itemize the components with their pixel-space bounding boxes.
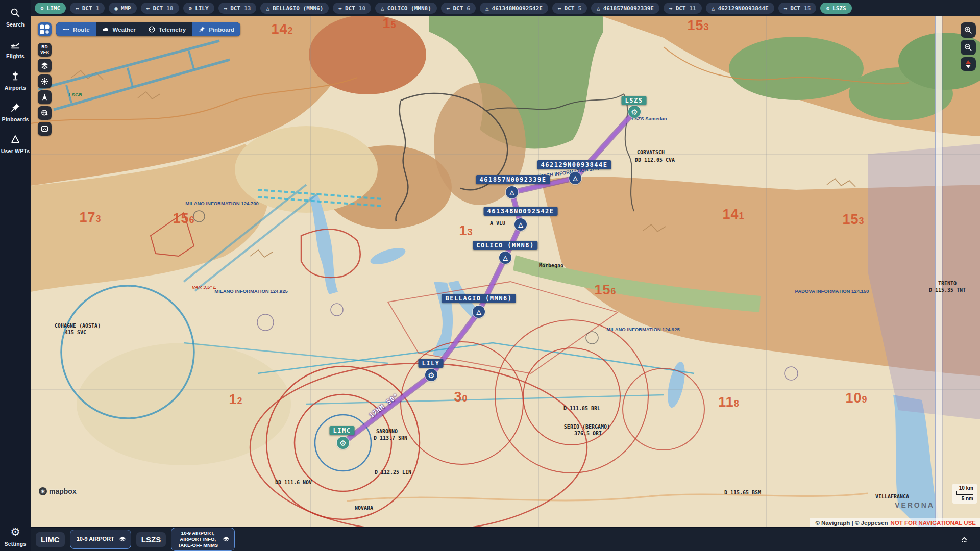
route-item-vrp-colico-mmn8-[interactable]: △COLICO (MMN8) xyxy=(375,3,437,14)
route-item-dct-dct[interactable]: ↔DCT15 xyxy=(778,3,817,14)
sidebar-label: Search xyxy=(6,21,24,28)
dct-pill-icon: ↔ xyxy=(224,6,228,11)
waypoint-marker-colico[interactable]: △ xyxy=(499,252,511,264)
tab-weather[interactable]: Weather xyxy=(96,22,142,36)
user-waypoint-triangle-icon: △ xyxy=(476,309,481,315)
measure-button[interactable] xyxy=(38,122,52,136)
sidebar-label: Flights xyxy=(6,53,24,59)
bottom-bar-divider xyxy=(948,532,948,547)
destination-chart-dropdown[interactable]: 10-9 AIRPORT, AIRPORT INFO, TAKE-OFF MNM… xyxy=(171,528,235,551)
tab-route[interactable]: Route xyxy=(56,22,96,36)
mapbox-icon: ✶ xyxy=(39,487,47,495)
gear-icon: ⚙ xyxy=(10,527,20,538)
route-item-label: LSZS xyxy=(832,5,846,12)
route-item-vrp-bellagio-mmn6-[interactable]: △BELLAGIO (MMN6) xyxy=(260,3,329,14)
zoom-in-button[interactable] xyxy=(961,22,976,38)
route-item-label: DCT xyxy=(345,5,355,12)
dashboard-grid-button[interactable] xyxy=(38,22,52,36)
waypoint-label-colico[interactable]: COLICO (MMN8) xyxy=(473,241,537,250)
sidebar-label: Settings xyxy=(4,541,26,547)
waypoint-marker-wpt-461857[interactable]: △ xyxy=(506,186,518,198)
route-string-bar: ⚙LIMC↔DCT1◉MMP↔DCT18⚙LILY↔DCT13△BELLAGIO… xyxy=(31,0,980,16)
dct-distance-badge: 6 xyxy=(467,5,470,12)
route-item-dct-dct[interactable]: ↔DCT13 xyxy=(218,3,257,14)
route-item-dct-dct[interactable]: ↔DCT1 xyxy=(70,3,105,14)
waypoint-marker-lszs[interactable]: ⚙ xyxy=(628,106,641,118)
destination-chart-label: 10-9 AIRPORT, AIRPORT INFO, TAKE-OFF MNM… xyxy=(178,530,218,548)
origin-chart-dropdown[interactable]: 10-9 AIRPORT xyxy=(70,530,131,549)
route-item-dct-dct[interactable]: ↔DCT18 xyxy=(141,3,179,14)
route-item-label: 461857N0092339E xyxy=(603,5,654,12)
route-item-dct-dct[interactable]: ↔DCT10 xyxy=(333,3,371,14)
tab-label: Weather xyxy=(113,27,136,33)
route-item-fix-lily[interactable]: ⚙LILY xyxy=(183,3,214,14)
tab-pinboard[interactable]: Pinboard xyxy=(192,22,240,36)
zoom-out-button[interactable] xyxy=(961,40,976,55)
fix-pill-icon: ⚙ xyxy=(189,6,192,11)
route-item-label: BELLAGIO (MMN6) xyxy=(273,5,323,12)
waypoint-label-limc[interactable]: LIMC xyxy=(330,426,355,435)
attribution-warning: NOT FOR NAVIGATIONAL USE xyxy=(891,520,976,526)
map-canvas[interactable]: 14215153173156131561411531181091230FIS Z… xyxy=(31,16,980,527)
waypoint-label-wpt-461348[interactable]: 461348N0092542E xyxy=(484,207,558,216)
layers-button[interactable] xyxy=(38,59,52,72)
dct-pill-icon: ↔ xyxy=(146,6,150,11)
route-item-vor-mmp[interactable]: ◉MMP xyxy=(109,3,137,14)
waypoint-label-lily[interactable]: LILY xyxy=(419,359,444,368)
waypoint-label-bellagio[interactable]: BELLAGIO (MMN6) xyxy=(442,294,516,303)
airport-pill-icon: ⚙ xyxy=(826,6,829,11)
map-tool-stack: RD VFR xyxy=(38,43,52,136)
sidebar-item-settings[interactable]: ⚙ Settings xyxy=(0,527,31,547)
telemetry-gauge-icon xyxy=(148,26,156,33)
user-waypoint-triangle-icon: △ xyxy=(503,255,507,261)
route-item-user-461348n0092542e[interactable]: △461348N0092542E xyxy=(480,3,548,14)
expand-panel-button[interactable] xyxy=(953,530,975,548)
sidebar-label: Airports xyxy=(5,85,26,91)
destination-airport-button[interactable]: LSZS xyxy=(136,532,166,547)
brightness-button[interactable] xyxy=(38,74,52,88)
sidebar-item-flights[interactable]: Flights xyxy=(0,39,31,59)
origin-airport-button[interactable]: LIMC xyxy=(36,532,65,547)
route-item-dct-dct[interactable]: ↔DCT5 xyxy=(552,3,587,14)
dct-pill-icon: ↔ xyxy=(558,6,561,11)
measure-arc-icon xyxy=(40,124,49,133)
navigation-arrow-icon xyxy=(40,93,49,102)
user-waypoint-triangle-icon: △ xyxy=(518,221,523,228)
location-arrow-button[interactable] xyxy=(38,90,52,104)
white-down-triangle-icon xyxy=(966,65,971,68)
waypoint-marker-lily[interactable]: ⚙ xyxy=(425,369,437,381)
user-pill-icon: △ xyxy=(712,6,715,11)
route-item-label: DCT xyxy=(565,5,575,12)
route-item-airport-lszs[interactable]: ⚙LSZS xyxy=(820,3,851,14)
sidebar-item-search[interactable]: Search xyxy=(0,7,31,28)
route-item-dct-dct[interactable]: ↔DCT6 xyxy=(441,3,476,14)
vrp-pill-icon: △ xyxy=(381,6,384,11)
waypoint-label-wpt-461857[interactable]: 461857N0092339E xyxy=(476,175,550,184)
waypoint-marker-limc[interactable]: ⚙ xyxy=(337,437,349,449)
route-item-label: COLICO (MMN8) xyxy=(387,5,431,12)
sidebar-item-airports[interactable]: Airports xyxy=(0,70,31,91)
map-attribution: © Navigraph | © Jeppesen NOT FOR NAVIGAT… xyxy=(810,518,980,527)
route-item-user-461857n0092339e[interactable]: △461857N0092339E xyxy=(591,3,659,14)
globe-select-button[interactable] xyxy=(38,106,52,120)
sidebar-item-user-wpts[interactable]: User WPTs xyxy=(0,134,31,154)
route-item-dct-dct[interactable]: ↔DCT11 xyxy=(664,3,702,14)
waypoint-label-wpt-462129[interactable]: 462129N0093844E xyxy=(537,160,611,169)
route-item-label: LILY xyxy=(195,5,209,12)
flights-icon xyxy=(10,39,21,50)
dct-distance-badge: 18 xyxy=(166,5,173,12)
sidebar-label: Pinboards xyxy=(2,116,29,122)
tab-telemetry[interactable]: Telemetry xyxy=(142,22,192,36)
route-item-airport-limc[interactable]: ⚙LIMC xyxy=(35,3,66,14)
chart-type-button[interactable]: RD VFR xyxy=(38,43,52,57)
waypoint-marker-wpt-462129[interactable]: △ xyxy=(569,172,581,184)
waypoint-marker-wpt-461348[interactable]: △ xyxy=(514,218,527,231)
sidebar-item-pinboards[interactable]: Pinboards xyxy=(0,102,31,122)
dct-distance-badge: 13 xyxy=(244,5,251,12)
profile-toggle-button[interactable] xyxy=(961,57,976,71)
waypoint-label-lszs[interactable]: LSZS xyxy=(622,96,647,105)
route-item-user-462129n0093844e[interactable]: △462129N0093844E xyxy=(706,3,774,14)
waypoint-marker-bellagio[interactable]: △ xyxy=(473,306,485,318)
route-item-label: DCT xyxy=(790,5,800,12)
route-item-label: MMP xyxy=(121,5,131,12)
